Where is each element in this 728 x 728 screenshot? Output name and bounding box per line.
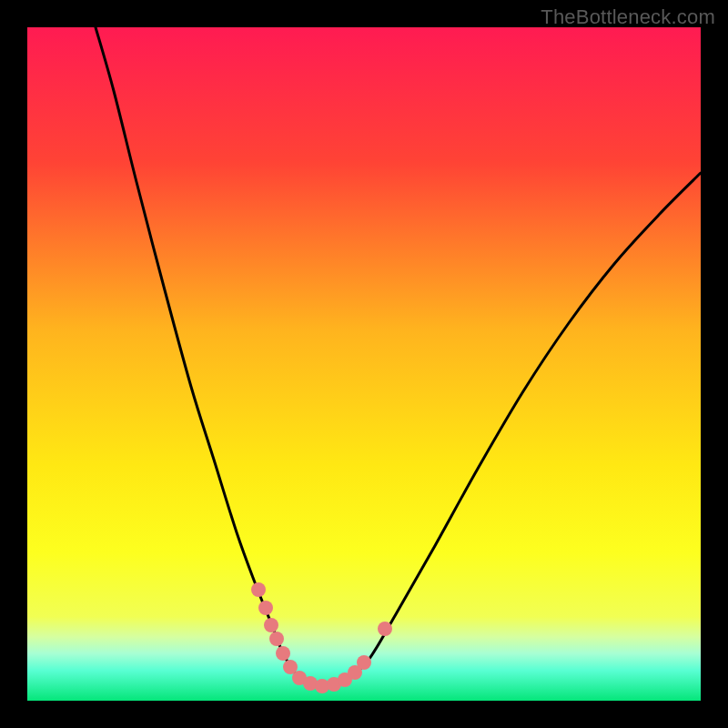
chart-curves <box>27 27 701 701</box>
marker-dot <box>251 582 266 597</box>
marker-dot <box>264 618 278 632</box>
chart-frame <box>27 27 701 701</box>
series-curve-right <box>346 173 701 681</box>
marker-dot <box>357 655 371 670</box>
marker-dot <box>276 646 290 661</box>
series-group <box>96 27 701 686</box>
marker-dot <box>269 632 284 646</box>
watermark-text: TheBottleneck.com <box>541 5 715 29</box>
marker-dot <box>258 601 273 615</box>
marker-dot <box>378 622 392 636</box>
markers-group <box>251 582 392 693</box>
series-curve-left <box>96 27 300 681</box>
